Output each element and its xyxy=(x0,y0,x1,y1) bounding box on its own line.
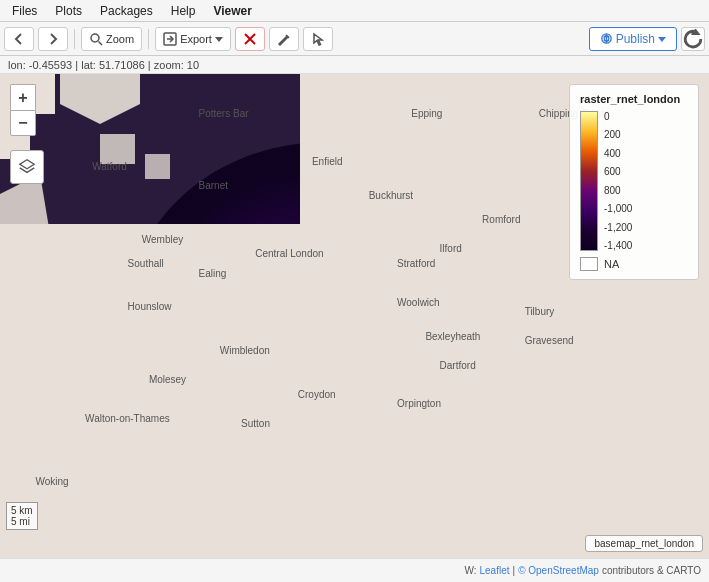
menu-files[interactable]: Files xyxy=(4,2,45,20)
legend: raster_rnet_london 0200400600800-1,000-1… xyxy=(569,84,699,280)
toolbar-separator-2 xyxy=(148,29,149,49)
na-box xyxy=(580,257,598,271)
legend-label: 800 xyxy=(604,185,632,196)
nav-back-button[interactable] xyxy=(4,27,34,51)
export-button[interactable]: Export xyxy=(155,27,231,51)
toolbar-separator-1 xyxy=(74,29,75,49)
legend-label: -1,000 xyxy=(604,203,632,214)
refresh-button[interactable] xyxy=(681,27,705,51)
publish-button[interactable]: Publish xyxy=(589,27,677,51)
map-container[interactable]: Potters BarEppingChipping OngarEnfieldWa… xyxy=(0,74,709,558)
attribution-w: W: xyxy=(464,565,476,576)
pointer-button[interactable] xyxy=(303,27,333,51)
na-label: NA xyxy=(604,258,619,270)
legend-label: 0 xyxy=(604,111,632,122)
legend-title: raster_rnet_london xyxy=(580,93,688,105)
attribution-contrib: contributors & CARTO xyxy=(602,565,701,576)
brush-button[interactable] xyxy=(269,27,299,51)
legend-label: 200 xyxy=(604,129,632,140)
toolbar: Zoom Export xyxy=(0,22,709,56)
attribution: W: Leaflet | © OpenStreetMap contributor… xyxy=(0,558,709,582)
statusbar: lon: -0.45593 | lat: 51.71086 | zoom: 10 xyxy=(0,56,709,74)
zoom-controls: + − xyxy=(10,84,36,136)
clear-button[interactable] xyxy=(235,27,265,51)
layers-button[interactable] xyxy=(10,150,44,184)
zoom-button[interactable]: Zoom xyxy=(81,27,142,51)
scale-bar: 5 km 5 mi xyxy=(6,502,38,530)
legend-gradient xyxy=(580,111,598,251)
menu-plots[interactable]: Plots xyxy=(47,2,90,20)
attribution-leaflet[interactable]: Leaflet xyxy=(479,565,509,576)
svg-marker-10 xyxy=(658,37,666,42)
attribution-pipe: | xyxy=(513,565,516,576)
zoom-out-button[interactable]: − xyxy=(10,110,36,136)
legend-label: -1,400 xyxy=(604,240,632,251)
legend-label: 600 xyxy=(604,166,632,177)
attribution-osm[interactable]: © OpenStreetMap xyxy=(518,565,599,576)
raster-overlay xyxy=(0,74,300,224)
svg-rect-30 xyxy=(100,134,135,164)
svg-line-1 xyxy=(99,41,103,45)
svg-marker-55 xyxy=(20,160,34,169)
menu-help[interactable]: Help xyxy=(163,2,204,20)
menu-viewer[interactable]: Viewer xyxy=(205,2,259,20)
menu-packages[interactable]: Packages xyxy=(92,2,161,20)
menubar: Files Plots Packages Help Viewer xyxy=(0,0,709,22)
legend-label: 400 xyxy=(604,148,632,159)
svg-marker-4 xyxy=(215,37,223,42)
zoom-in-button[interactable]: + xyxy=(10,84,36,110)
legend-labels: 0200400600800-1,000-1,200-1,400 xyxy=(604,111,632,251)
legend-gradient-wrap: 0200400600800-1,000-1,200-1,400 xyxy=(580,111,688,251)
svg-point-0 xyxy=(91,34,99,42)
svg-rect-31 xyxy=(145,154,170,179)
nav-forward-button[interactable] xyxy=(38,27,68,51)
scale-mi: 5 mi xyxy=(11,516,33,527)
legend-label: -1,200 xyxy=(604,222,632,233)
legend-na: NA xyxy=(580,257,688,271)
basemap-button[interactable]: basemap_rnet_london xyxy=(585,535,703,552)
scale-km: 5 km xyxy=(11,505,33,516)
